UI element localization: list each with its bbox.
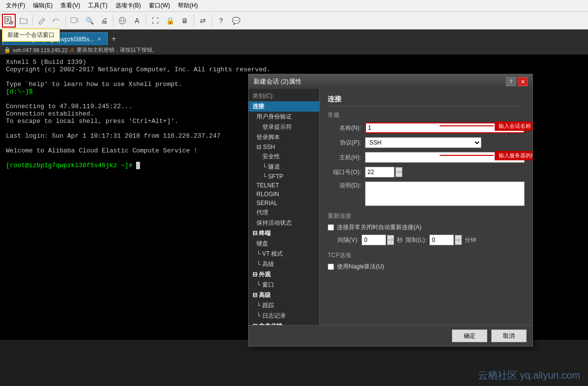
help-button[interactable]: ? bbox=[214, 14, 228, 28]
desc-label: 说明(D): bbox=[328, 181, 361, 190]
dialog-titlebar: 新建会话 (2)属性 ? ✕ bbox=[249, 74, 532, 89]
tree-login-prompt[interactable]: 登录提示符 bbox=[249, 122, 319, 132]
tree-security[interactable]: 安全性 bbox=[249, 151, 319, 162]
desc-row: 说明(D): bbox=[328, 181, 525, 206]
tree-sftp[interactable]: └ SFTP bbox=[249, 172, 319, 181]
tree-serial[interactable]: SERIAL bbox=[249, 199, 319, 208]
menu-tools[interactable]: 工具(T) bbox=[84, 0, 111, 11]
interval-increment-button[interactable]: ▲ bbox=[387, 235, 394, 240]
new-session-button[interactable] bbox=[2, 14, 16, 28]
tree-tracing[interactable]: └ 跟踪 bbox=[249, 300, 319, 311]
tree-vt-mode[interactable]: └ VT 模式 bbox=[249, 249, 319, 259]
tree-ssh[interactable]: ⊟ SSH bbox=[249, 143, 319, 151]
session-warn: ⚠ bbox=[70, 47, 75, 53]
protocol-select[interactable]: SSH bbox=[365, 137, 481, 148]
tree-file-transfer[interactable]: ⊟ 文件传输 bbox=[249, 321, 319, 325]
name-label: 名称(N): bbox=[328, 124, 361, 132]
dialog-footer: 确定 取消 bbox=[249, 325, 532, 346]
limit-decrement-button[interactable]: ▼ bbox=[455, 240, 462, 245]
tree-appearance[interactable]: ⊟ 外观 bbox=[249, 269, 319, 280]
dialog-title: 新建会话 (2)属性 bbox=[253, 77, 302, 86]
dialog-content-area: 连接 常规 名称(N): 输入会话名称 协议(P): SSH bbox=[320, 89, 532, 325]
tree-keepalive[interactable]: 保持活动状态 bbox=[249, 218, 319, 228]
tree-rlogin[interactable]: RLOGIN bbox=[249, 190, 319, 199]
reconnect-section: 重新连接 连接异常关闭时自动重新连接(A) 间隔(V): ▲ ▼ 秒 bbox=[328, 212, 525, 245]
tree-proxy[interactable]: 代理 bbox=[249, 208, 319, 218]
disconnect-button[interactable]: A bbox=[130, 14, 144, 28]
minutes-label: 分钟 bbox=[465, 236, 476, 244]
protocol-row: 协议(P): SSH bbox=[328, 137, 525, 148]
search-button[interactable]: 🔍 bbox=[83, 14, 96, 28]
connect-button[interactable] bbox=[115, 14, 129, 28]
separator-5 bbox=[194, 15, 194, 27]
tree-connect[interactable]: 连接 bbox=[249, 101, 319, 112]
menu-window[interactable]: 窗口(W) bbox=[145, 0, 174, 11]
tree-advanced2[interactable]: ⊟ 高级 bbox=[249, 290, 319, 300]
name-annotation-line bbox=[440, 125, 494, 126]
port-input[interactable] bbox=[365, 167, 394, 178]
limit-increment-button[interactable]: ▲ bbox=[455, 235, 462, 240]
tree-login-script[interactable]: 登录脚本 bbox=[249, 132, 319, 143]
host-annotation: 输入服务器的IP地址 bbox=[495, 151, 532, 160]
tab-bar: 1 root@izbp1g7qwpzkl38f5s... ✕ + bbox=[0, 30, 588, 45]
toolbar: 🔍 🖨 A ⛶ 🔒 🖥 ⇄ ? 💬 新建一个会话窗口 bbox=[0, 12, 588, 30]
tree-terminal[interactable]: ⊟ 终端 bbox=[249, 228, 319, 238]
host-row: 主机(H): 输入服务器的IP地址 bbox=[328, 152, 525, 163]
message-button[interactable]: 💬 bbox=[229, 14, 243, 28]
interval-decrement-button[interactable]: ▼ bbox=[387, 240, 394, 245]
content-section-title: 连接 bbox=[328, 95, 525, 106]
tree-tunnel[interactable]: └ 隧道 bbox=[249, 162, 319, 172]
interval-row: 间隔(V): ▲ ▼ 秒 限制(L): ▲ ▼ bbox=[337, 235, 525, 245]
tcp-section: TCP选项 使用Nagle算法(U) bbox=[328, 251, 525, 271]
reconnect-checkbox[interactable] bbox=[328, 224, 334, 231]
monitor-button[interactable]: 🖥 bbox=[178, 14, 192, 28]
new-session-tooltip: 新建一个会话窗口 bbox=[2, 29, 60, 42]
transfer-button[interactable]: ⇄ bbox=[196, 14, 210, 28]
undo-button[interactable] bbox=[50, 14, 63, 28]
tree-user-auth[interactable]: 用户身份验证 bbox=[249, 112, 319, 122]
session-bar: 🔒 ssh://47.98.119.245:22 ⚠ 要添加主机密钥，请按以下按… bbox=[0, 45, 588, 55]
dialog-close-button[interactable]: ✕ bbox=[518, 77, 528, 86]
cancel-button[interactable]: 取消 bbox=[491, 329, 527, 342]
menu-file[interactable]: 文件(F) bbox=[2, 0, 29, 11]
port-row: 端口号(O): ▲ ▼ bbox=[328, 167, 525, 178]
menu-edit[interactable]: 编辑(E) bbox=[29, 0, 56, 11]
tree-advanced[interactable]: └ 高级 bbox=[249, 259, 319, 269]
category-label: 类别(C): bbox=[249, 91, 319, 101]
tree-log[interactable]: └ 日志记录 bbox=[249, 311, 319, 321]
tree-telnet[interactable]: TELNET bbox=[249, 181, 319, 190]
dialog-titlebar-buttons: ? ✕ bbox=[506, 77, 528, 86]
tree-keyboard[interactable]: 键盘 bbox=[249, 238, 319, 249]
separator-3 bbox=[113, 15, 113, 27]
limit-spinner: ▲ ▼ bbox=[429, 235, 462, 245]
desc-textarea[interactable] bbox=[365, 181, 525, 206]
limit-input[interactable] bbox=[429, 235, 454, 245]
session-warn-text: 要添加主机密钥，请按以下按钮。 bbox=[77, 46, 158, 54]
port-label: 端口号(O): bbox=[328, 168, 361, 177]
tab-close-button[interactable]: ✕ bbox=[97, 36, 101, 42]
menu-tabs[interactable]: 选项卡(B) bbox=[112, 0, 145, 11]
settings-button[interactable] bbox=[68, 14, 82, 28]
menu-help[interactable]: 帮助(H) bbox=[174, 0, 202, 11]
fullscreen-button[interactable]: ⛶ bbox=[148, 14, 162, 28]
print-button[interactable]: 🖨 bbox=[97, 14, 111, 28]
nagle-checkbox[interactable] bbox=[328, 264, 334, 270]
port-decrement-button[interactable]: ▼ bbox=[395, 172, 402, 177]
session-icon: 🔒 bbox=[4, 47, 11, 53]
interval-input[interactable] bbox=[362, 235, 386, 245]
port-spinner: ▲ ▼ bbox=[365, 167, 402, 178]
open-button[interactable] bbox=[17, 14, 30, 28]
seconds-label: 秒 bbox=[397, 236, 403, 244]
lock-button[interactable]: 🔒 bbox=[163, 14, 177, 28]
menu-view[interactable]: 查看(V) bbox=[56, 0, 84, 11]
new-session-icon bbox=[4, 16, 13, 25]
tree-window[interactable]: └ 窗口 bbox=[249, 280, 319, 290]
brush-button[interactable] bbox=[35, 14, 49, 28]
ok-button[interactable]: 确定 bbox=[452, 329, 487, 342]
dialog-help-button[interactable]: ? bbox=[506, 77, 516, 86]
new-tab-button[interactable]: + bbox=[108, 32, 120, 45]
category-tree: 类别(C): 连接 用户身份验证 登录提示符 登录脚本 ⊟ SSH 安全性 └ … bbox=[249, 89, 320, 325]
port-increment-button[interactable]: ▲ bbox=[395, 167, 402, 172]
name-annotation: 输入会话名称 bbox=[495, 121, 532, 131]
name-row: 名称(N): 输入会话名称 bbox=[328, 122, 525, 133]
